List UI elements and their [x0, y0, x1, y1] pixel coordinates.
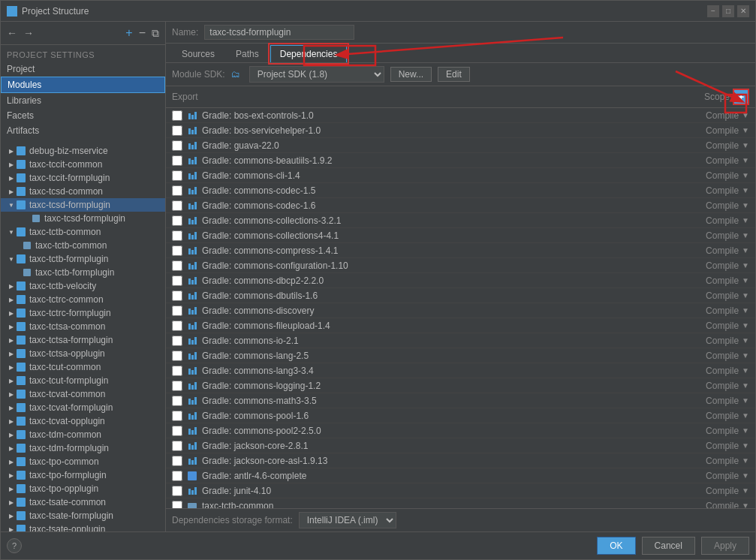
module-tpo-formplugin[interactable]: taxc-tpo-formplugin: [1, 468, 165, 482]
dep-scope-arrow-7[interactable]: ▼: [742, 216, 749, 224]
dep-checkbox-1[interactable]: [172, 125, 182, 136]
dep-scope-arrow-2[interactable]: ▼: [742, 141, 749, 149]
dep-checkbox-10[interactable]: [172, 260, 182, 271]
dep-checkbox-20[interactable]: [172, 411, 182, 421]
dep-scope-arrow-1[interactable]: ▼: [742, 126, 749, 134]
dep-checkbox-16[interactable]: [172, 351, 182, 361]
module-debug-biz[interactable]: debug-biz-mservice: [1, 144, 165, 158]
tab-sources[interactable]: Sources: [172, 45, 224, 62]
dep-checkbox-7[interactable]: [172, 215, 182, 226]
dep-checkbox-18[interactable]: [172, 381, 182, 391]
sdk-new-button[interactable]: New...: [390, 67, 432, 82]
close-button[interactable]: ✕: [737, 5, 749, 17]
dep-scope-arrow-15[interactable]: ▼: [742, 336, 749, 345]
module-tsate-common[interactable]: taxc-tsate-common: [1, 495, 165, 509]
dep-scope-arrow-9[interactable]: ▼: [742, 246, 749, 254]
dep-scope-arrow-16[interactable]: ▼: [742, 351, 749, 360]
module-tctrc-formplugin[interactable]: taxc-tctrc-formplugin: [1, 306, 165, 320]
dep-checkbox-21[interactable]: [172, 426, 182, 436]
module-tcvat-common[interactable]: taxc-tcvat-common: [1, 387, 165, 401]
dep-scope-arrow-6[interactable]: ▼: [742, 201, 749, 209]
sdk-edit-button[interactable]: Edit: [438, 67, 470, 82]
dep-checkbox-17[interactable]: [172, 366, 182, 376]
dep-checkbox-25[interactable]: [172, 486, 182, 496]
module-tdm-formplugin[interactable]: taxc-tdm-formplugin: [1, 441, 165, 455]
module-tdm-common[interactable]: taxc-tdm-common: [1, 428, 165, 441]
sidebar-item-artifacts[interactable]: Artifacts: [1, 123, 165, 138]
dep-checkbox-6[interactable]: [172, 200, 182, 211]
module-tccit-formplugin[interactable]: taxc-tccit-formplugin: [1, 171, 165, 185]
module-tctb-velocity[interactable]: taxc-tctb-velocity: [1, 279, 165, 293]
copy-module-button[interactable]: ⧉: [150, 26, 161, 41]
apply-button[interactable]: Apply: [701, 537, 749, 555]
dep-scope-arrow-17[interactable]: ▼: [742, 366, 749, 375]
storage-select[interactable]: IntelliJ IDEA (.iml): [299, 512, 396, 528]
dep-scope-arrow-14[interactable]: ▼: [742, 321, 749, 330]
dep-scope-arrow-12[interactable]: ▼: [742, 291, 749, 300]
dep-checkbox-13[interactable]: [172, 306, 182, 316]
sidebar-item-libraries[interactable]: Libraries: [1, 93, 165, 108]
module-tctsa-common[interactable]: taxc-tctsa-common: [1, 320, 165, 333]
dep-scope-arrow-23[interactable]: ▼: [742, 456, 749, 465]
ok-button[interactable]: OK: [597, 537, 635, 555]
dep-checkbox-11[interactable]: [172, 275, 182, 286]
dep-scope-arrow-25[interactable]: ▼: [742, 486, 749, 495]
dep-checkbox-22[interactable]: [172, 441, 182, 451]
dep-checkbox-14[interactable]: [172, 321, 182, 331]
dep-checkbox-2[interactable]: [172, 140, 182, 151]
dep-checkbox-4[interactable]: [172, 170, 182, 181]
dep-scope-arrow-26[interactable]: ▼: [742, 501, 749, 508]
dep-scope-arrow-20[interactable]: ▼: [742, 411, 749, 420]
dep-scope-arrow-10[interactable]: ▼: [742, 261, 749, 269]
module-tcvat-opplugin[interactable]: taxc-tcvat-opplugin: [1, 414, 165, 428]
dep-scope-arrow-13[interactable]: ▼: [742, 306, 749, 315]
module-tctb-common-child[interactable]: taxc-tctb-common: [1, 239, 165, 252]
remove-module-button[interactable]: −: [137, 25, 147, 41]
nav-back-button[interactable]: ←: [5, 26, 19, 41]
tab-paths[interactable]: Paths: [226, 45, 269, 62]
sidebar-item-facets[interactable]: Facets: [1, 108, 165, 123]
dep-checkbox-9[interactable]: [172, 245, 182, 256]
restore-button[interactable]: □: [722, 5, 734, 17]
dep-scope-arrow-5[interactable]: ▼: [742, 186, 749, 194]
add-module-button[interactable]: +: [124, 25, 134, 41]
dep-checkbox-12[interactable]: [172, 291, 182, 301]
module-tsate-opplugin[interactable]: taxc-tsate-opplugin: [1, 522, 165, 531]
module-name-input[interactable]: [204, 25, 354, 40]
dep-checkbox-19[interactable]: [172, 396, 182, 406]
minimize-button[interactable]: −: [707, 5, 719, 17]
module-tsate-formplugin[interactable]: taxc-tsate-formplugin: [1, 509, 165, 522]
module-tctsa-formplugin[interactable]: taxc-tctsa-formplugin: [1, 333, 165, 347]
module-tpo-common[interactable]: taxc-tpo-common: [1, 455, 165, 468]
module-tctsa-opplugin[interactable]: taxc-tctsa-opplugin: [1, 347, 165, 360]
dep-checkbox-24[interactable]: [172, 471, 182, 481]
module-tctb-formplugin-child[interactable]: taxc-tctb-formplugin: [1, 266, 165, 279]
dep-scope-arrow-11[interactable]: ▼: [742, 276, 749, 285]
module-tcsd-common[interactable]: taxc-tcsd-common: [1, 185, 165, 198]
nav-forward-button[interactable]: →: [22, 26, 35, 41]
sdk-select[interactable]: Project SDK (1.8): [249, 66, 384, 83]
tab-dependencies[interactable]: Dependencies: [270, 45, 348, 62]
sidebar-item-project[interactable]: Project: [1, 62, 165, 77]
sidebar-item-modules[interactable]: Modules: [1, 77, 165, 93]
module-tctrc-common[interactable]: taxc-tctrc-common: [1, 293, 165, 306]
module-tpo-opplugin[interactable]: taxc-tpo-opplugin: [1, 482, 165, 495]
module-tcvat-formplugin[interactable]: taxc-tcvat-formplugin: [1, 401, 165, 414]
dep-scope-arrow-21[interactable]: ▼: [742, 426, 749, 435]
dep-scope-arrow-18[interactable]: ▼: [742, 381, 749, 390]
dep-scope-arrow-3[interactable]: ▼: [742, 156, 749, 164]
dep-checkbox-26[interactable]: [172, 501, 182, 509]
module-tcut-common[interactable]: taxc-tcut-common: [1, 360, 165, 374]
module-tctb-formplugin-parent[interactable]: taxc-tctb-formplugin: [1, 252, 165, 266]
dep-scope-arrow-24[interactable]: ▼: [742, 471, 749, 480]
module-tctb-common-parent[interactable]: taxc-tctb-common: [1, 225, 165, 239]
add-dependency-button[interactable]: +: [733, 89, 749, 105]
help-button[interactable]: ?: [7, 538, 22, 553]
dep-scope-arrow-22[interactable]: ▼: [742, 441, 749, 450]
dep-checkbox-5[interactable]: [172, 185, 182, 196]
dep-scope-arrow-0[interactable]: ▼: [742, 111, 749, 119]
dep-checkbox-15[interactable]: [172, 336, 182, 346]
dep-checkbox-23[interactable]: [172, 456, 182, 466]
module-tcut-formplugin[interactable]: taxc-tcut-formplugin: [1, 374, 165, 387]
dep-scope-arrow-19[interactable]: ▼: [742, 396, 749, 405]
